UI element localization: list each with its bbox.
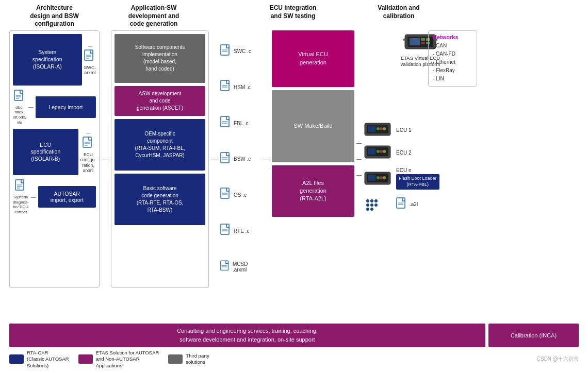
ecu1-row: ECU 1 <box>364 122 477 138</box>
swc-file-label: SWC.arxml <box>84 65 96 75</box>
svg-rect-40 <box>421 38 425 41</box>
svg-point-50 <box>380 127 383 130</box>
fbl-c-file-row: FBL .c <box>220 116 249 130</box>
asw-dev-box: ASW developmentand codegeneration (ASCET… <box>115 86 205 116</box>
ecu1-label: ECU 1 <box>396 127 411 133</box>
ecu-config-label: ECUconfigu-ration,arxml <box>80 152 96 173</box>
rte-c-file-row: RTE .c <box>220 224 249 238</box>
os-c-icon <box>220 188 232 202</box>
network-can: - CAN <box>433 42 472 50</box>
svg-rect-41 <box>421 42 425 44</box>
legend-label-1: RTA-CAR(Classic AUTOSARSolutions) <box>27 350 69 369</box>
col3-files: SWC .c HSM .c FBL .c <box>220 30 260 288</box>
svg-point-69 <box>374 204 378 207</box>
svg-point-49 <box>377 127 380 130</box>
col4-ecu-integration: Virtual ECUgeneration SW Make/Build A2L … <box>272 30 354 288</box>
ecu2-hardware-icon <box>364 145 392 160</box>
legacy-file-label: dbc,fibex,ldf,odx,xls <box>13 105 26 125</box>
mcsd-label: MCSD .arxml <box>233 261 260 273</box>
fbl-c-icon <box>220 116 232 130</box>
hsm-c-label: HSM .c <box>234 84 251 90</box>
calibration-box: Calibration (INCA) <box>488 324 579 347</box>
legend-swatch-3 <box>168 354 183 364</box>
svg-point-62 <box>380 176 383 179</box>
network-flexray: - FlexRay <box>433 66 472 75</box>
networks-box: Networks - CAN - CAN-FD - Ethernet - Fle… <box>428 30 477 87</box>
phase-label-1: Architecturedesign and BSWconfiguration <box>9 4 100 28</box>
ecu-devices-col: ECU 1 ECU 2 <box>364 122 477 212</box>
ecu-config-file-icon <box>83 137 94 151</box>
autosar-row: System/diagnos-tic/ ECUextract — AUTOSAR… <box>13 179 96 214</box>
a2l-output-row: .a2l <box>364 197 477 212</box>
svg-point-63 <box>383 176 386 179</box>
system-spec-row: Systemspecification(ISOLAR-A) — SWC.arxm… <box>13 34 96 86</box>
legend-rta-car: RTA-CAR(Classic AUTOSARSolutions) <box>9 350 69 369</box>
legend-etas: ETAS Solution for AUTOSARand Non-AUTOSAR… <box>78 350 159 369</box>
os-c-label: OS .c <box>234 192 247 198</box>
ecu2-row: ECU 2 <box>364 145 477 160</box>
svg-point-70 <box>366 208 369 211</box>
hsm-c-icon <box>220 80 232 94</box>
a2l-gen-box: A2L filesgeneration(RTA-A2L) <box>272 165 354 217</box>
legacy-file-group: dbc,fibex,ldf,odx,xls <box>13 90 26 125</box>
swc-c-icon <box>220 44 232 59</box>
svg-rect-39 <box>410 38 420 45</box>
swc-file-group: — SWC.arxml <box>84 44 96 75</box>
phase-label-3: ECU integrationand SW testing <box>249 4 337 28</box>
ecu1-hardware-icon <box>364 122 392 138</box>
legend-swatch-2 <box>78 354 93 364</box>
networks-title: Networks <box>433 34 472 40</box>
swc-c-label: SWC .c <box>234 48 251 54</box>
svg-point-68 <box>370 204 373 207</box>
ecu-spec-box: ECUspecification(ISOLAR-B) <box>13 129 78 175</box>
legend-row: RTA-CAR(Classic AUTOSARSolutions) ETAS S… <box>4 350 584 369</box>
legacy-import-row: dbc,fibex,ldf,odx,xls — Legacy import <box>13 90 96 125</box>
ecu2-label: ECU 2 <box>396 150 411 156</box>
col5-validation: ETAS Virtual ECUvalidation platform Netw… <box>364 30 477 288</box>
swc-file-icon <box>84 49 95 64</box>
col1-architecture: Systemspecification(ISOLAR-A) — SWC.arxm… <box>9 30 100 288</box>
ecu-spec-row: ECUspecification(ISOLAR-B) — ECUconfigu-… <box>13 129 96 175</box>
autosar-file-label: System/diagnos-tic/ ECUextract <box>13 195 29 214</box>
svg-point-56 <box>380 150 383 153</box>
watermark-area: CSDN @十六宿舍 <box>537 355 579 363</box>
swc-c-file-row: SWC .c <box>220 44 251 59</box>
a2l-file-group: .a2l <box>396 197 418 212</box>
os-c-file-row: OS .c <box>220 188 247 202</box>
main-container: Architecturedesign and BSWconfiguration … <box>0 0 588 373</box>
sw-build-box: SW Make/Build <box>272 90 354 162</box>
a2l-file-icon <box>396 197 407 212</box>
fbl-c-label: FBL .c <box>234 121 249 126</box>
phase-label-4: Validation andcalibration <box>342 4 455 28</box>
virt-ecu-box: Virtual ECUgeneration <box>272 30 354 87</box>
svg-rect-54 <box>368 148 375 155</box>
svg-point-57 <box>383 150 386 153</box>
legend-thirdparty: Third partysolutions <box>168 353 209 366</box>
arrows-col4-col5: — — — <box>356 30 362 288</box>
autosar-file-icon <box>15 179 26 194</box>
svg-point-67 <box>366 204 369 207</box>
ecu-config-file-group: — ECUconfigu-ration,arxml <box>80 131 96 173</box>
mcsd-icon <box>220 260 231 274</box>
bsw-c-icon <box>220 152 232 166</box>
network-lin: - LIN <box>433 75 472 83</box>
svg-point-61 <box>377 176 380 179</box>
svg-point-64 <box>366 199 369 202</box>
bsw-c-label: BSW .c <box>234 156 251 162</box>
bsw-c-file-row: BSW .c <box>220 152 251 166</box>
ecun-hardware-icon <box>364 171 392 186</box>
svg-rect-60 <box>368 175 375 181</box>
arrow-col3-col4: — <box>263 30 270 288</box>
svg-rect-44 <box>403 39 405 41</box>
fbl-box: Flash Boot Loader(RTA-FBL) <box>396 174 439 189</box>
svg-point-51 <box>383 127 386 130</box>
svg-point-66 <box>374 199 378 202</box>
hsm-c-file-row: HSM .c <box>220 80 251 94</box>
col2-appdev: Software componentsimplementation(model-… <box>111 30 209 288</box>
svg-point-71 <box>370 208 373 211</box>
legend-label-2: ETAS Solution for AUTOSARand Non-AUTOSAR… <box>96 350 159 369</box>
legacy-file-icon <box>14 90 25 104</box>
oem-specific-box: OEM-specificcomponent(RTA-SUM, RTA-FBL,C… <box>115 119 205 171</box>
ecun-label-group: ECU n Flash Boot Loader(RTA-FBL) <box>396 167 439 189</box>
a2l-connector-icon <box>364 197 392 212</box>
